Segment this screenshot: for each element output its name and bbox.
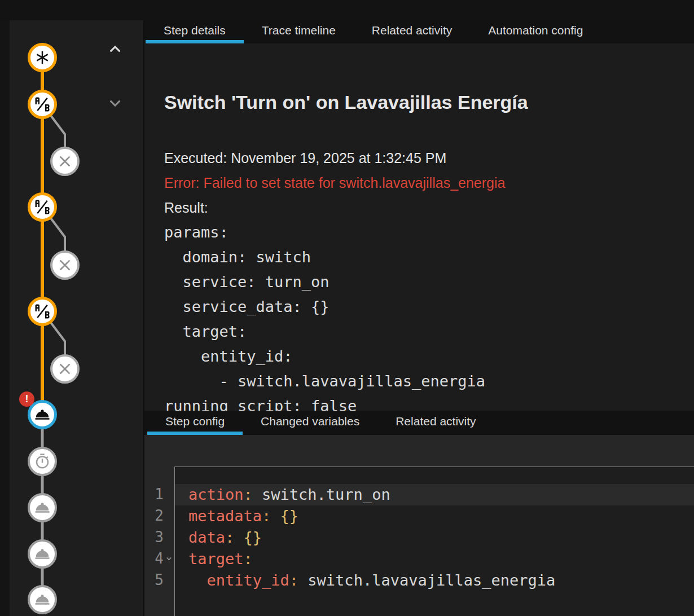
trace-node-ab-testing[interactable] [28, 192, 57, 222]
result-label: Result: [164, 195, 694, 220]
code-token: switch.lavavajillas_energia [298, 571, 555, 589]
code-token: {} [271, 507, 298, 525]
code-token: metadata [188, 507, 262, 525]
subtab-step-config[interactable]: Step config [147, 411, 243, 435]
code-token: : [262, 507, 271, 525]
code-token: target [188, 550, 244, 567]
gutter-row: 5 [144, 569, 174, 591]
room-service-bell-icon [34, 406, 51, 423]
tab-automation-config[interactable]: Automation config [470, 20, 601, 43]
next-step-button[interactable] [103, 91, 128, 116]
subtab-changed-variables[interactable]: Changed variables [243, 411, 377, 435]
trace-node-room-service-bell[interactable] [28, 539, 57, 569]
code-token: data [188, 529, 225, 546]
gutter-row: 2 [144, 505, 174, 526]
window-top-strip [0, 0, 694, 20]
code-line-2: metadata: {} [175, 505, 694, 527]
room-service-bell-icon [34, 499, 51, 516]
chevron-down-icon [164, 554, 174, 564]
error-message: Error: Failed to set state for switch.la… [164, 170, 694, 195]
trace-node-ab-testing[interactable] [28, 297, 57, 326]
fold-toggle[interactable] [164, 554, 174, 564]
yaml-code-editor[interactable]: action: switch.turn_onmetadata: {}data: … [174, 467, 694, 616]
tab-step-details[interactable]: Step details [146, 20, 244, 43]
code-line-5: entity_id: switch.lavavajillas_energia [175, 570, 694, 591]
trace-node-close[interactable] [50, 147, 80, 176]
code-token: : [225, 529, 234, 546]
close-icon [56, 256, 74, 274]
trace-node-room-service-bell[interactable] [28, 493, 57, 522]
trace-graph-sidebar: ! [10, 20, 143, 616]
code-token: : [244, 550, 253, 567]
close-icon [56, 152, 74, 170]
code-token: entity_id [207, 571, 289, 589]
editor-gutter: 12345 [144, 483, 174, 591]
room-service-bell-icon [34, 545, 51, 562]
chevron-down-icon [104, 93, 126, 114]
trace-node-ab-testing[interactable] [28, 90, 57, 119]
previous-step-button[interactable] [103, 37, 128, 61]
ab-testing-icon [34, 96, 51, 113]
tab-trace-timeline[interactable]: Trace timeline [244, 20, 354, 43]
asterisk-icon [34, 49, 51, 66]
chevron-up-icon [104, 38, 126, 60]
trace-node-close[interactable] [50, 354, 80, 384]
trace-tab-bar: Step detailsTrace timelineRelated activi… [144, 20, 694, 43]
line-number: 3 [144, 526, 164, 548]
error-badge: ! [19, 391, 34, 407]
code-line-3: data: {} [175, 527, 694, 548]
trace-detail-panel: Step detailsTrace timelineRelated activi… [143, 20, 694, 616]
executed-timestamp: Executed: November 19, 2025 at 1:32:45 P… [164, 146, 694, 170]
subtab-related-activity[interactable]: Related activity [377, 411, 494, 435]
line-number: 4 [144, 548, 164, 569]
trace-node-room-service-bell[interactable] [28, 585, 57, 614]
code-token [188, 571, 207, 589]
close-icon [56, 360, 74, 378]
trace-node-close[interactable] [50, 250, 80, 280]
code-line-4: target: [175, 548, 694, 570]
trace-node-asterisk[interactable] [28, 43, 57, 72]
ab-testing-icon [34, 303, 51, 320]
gutter-row: 3 [144, 526, 174, 548]
step-config-section: 12345 action: switch.turn_onmetadata: {}… [144, 435, 694, 616]
trace-node-timer[interactable] [28, 447, 57, 476]
step-details-section: Switch 'Turn on' on Lavavajillas Energía… [144, 43, 694, 411]
timer-icon [34, 453, 51, 470]
line-number: 2 [144, 505, 164, 526]
step-config-tab-bar: Step configChanged variablesRelated acti… [144, 411, 694, 435]
step-title: Switch 'Turn on' on Lavavajillas Energía [164, 89, 694, 115]
code-token: : [289, 571, 298, 589]
code-token: {} [234, 529, 262, 546]
code-line-1: action: switch.turn_on [175, 484, 694, 505]
gutter-row: 4 [144, 548, 174, 569]
code-token: switch.turn_on [253, 486, 390, 503]
tab-related-activity[interactable]: Related activity [354, 20, 470, 43]
code-token: action [188, 486, 244, 503]
room-service-bell-icon [34, 591, 51, 608]
ab-testing-icon [34, 199, 51, 215]
gutter-row: 1 [144, 483, 174, 505]
result-yaml: params: domain: switch service: turn_on … [164, 220, 694, 419]
line-number: 5 [144, 569, 164, 591]
code-token: : [244, 486, 253, 503]
line-number: 1 [144, 483, 164, 505]
